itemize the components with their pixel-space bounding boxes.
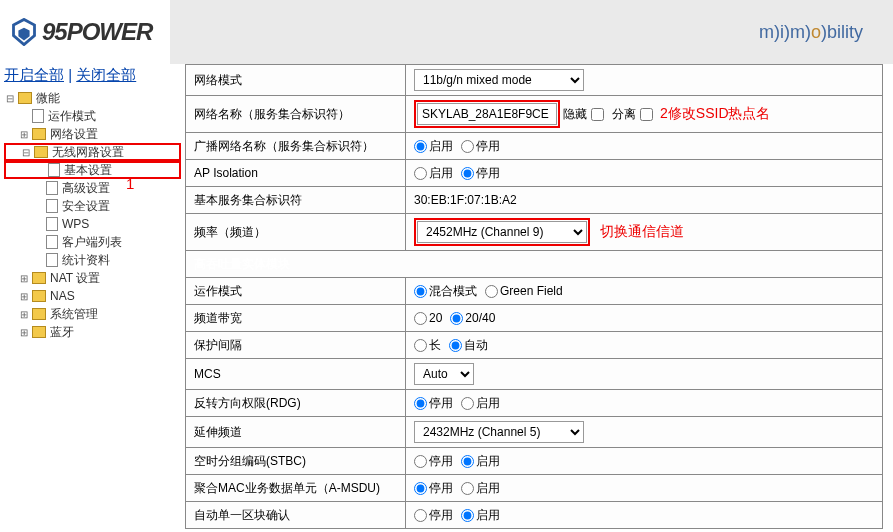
toggle-icon[interactable]: ⊟	[20, 147, 32, 158]
freq-label: 频率（频道）	[186, 214, 406, 251]
amsdu-label: 聚合MAC业务数据单元（A-MSDU)	[186, 475, 406, 502]
folder-icon	[32, 272, 46, 284]
tree-wireless[interactable]: 无线网路设置	[52, 144, 124, 161]
tree-run-mode[interactable]: 运作模式	[48, 108, 96, 125]
doc-icon	[46, 235, 58, 249]
gi-label: 保护间隔	[186, 332, 406, 359]
opmode-gf-radio[interactable]	[485, 285, 498, 298]
stbc-label: 空时分组编码(STBC)	[186, 448, 406, 475]
annotation-2: 2修改SSID热点名	[660, 105, 770, 121]
tree-adv[interactable]: 高级设置	[62, 180, 110, 197]
apiso-off-radio[interactable]	[461, 167, 474, 180]
amsdu-off-radio[interactable]	[414, 482, 427, 495]
close-all-link[interactable]: 关闭全部	[76, 66, 136, 83]
gi-auto-radio[interactable]	[449, 339, 462, 352]
doc-icon	[46, 181, 58, 195]
tree-wps[interactable]: WPS	[62, 217, 89, 231]
tree-nat[interactable]: NAT 设置	[50, 270, 100, 287]
logo: 95POWER	[10, 18, 152, 46]
bssid-label: 基本服务集合标识符	[186, 187, 406, 214]
hide-checkbox[interactable]	[591, 108, 604, 121]
amsdu-on-radio[interactable]	[461, 482, 474, 495]
folder-icon	[32, 326, 46, 338]
doc-icon	[46, 217, 58, 231]
sep-checkbox[interactable]	[640, 108, 653, 121]
doc-icon	[46, 253, 58, 267]
logo-text: 95POWER	[42, 18, 152, 46]
ba-label: 自动单一区块确认	[186, 502, 406, 529]
bw-label: 频道带宽	[186, 305, 406, 332]
hide-label: 隐藏	[563, 107, 587, 121]
ssid-input[interactable]	[417, 103, 557, 125]
toggle-icon[interactable]: ⊞	[18, 129, 30, 140]
mcs-label: MCS	[186, 359, 406, 390]
stbc-on-radio[interactable]	[461, 455, 474, 468]
bssid-value: 30:EB:1F:07:1B:A2	[406, 187, 883, 214]
ht-section-header: 高吞吐量实体模块	[186, 251, 883, 278]
doc-icon	[48, 163, 60, 177]
freq-select[interactable]: 2452MHz (Channel 9)	[417, 221, 587, 243]
tree-weineng[interactable]: 微能	[36, 90, 60, 107]
toggle-icon[interactable]: ⊞	[18, 309, 30, 320]
folder-icon	[32, 308, 46, 320]
tree-bt[interactable]: 蓝牙	[50, 324, 74, 341]
apiso-on-radio[interactable]	[414, 167, 427, 180]
toggle-icon[interactable]: ⊟	[4, 93, 16, 104]
opmode-mixed-radio[interactable]	[414, 285, 427, 298]
bcast-off-radio[interactable]	[461, 140, 474, 153]
tree-basic[interactable]: 基本设置	[64, 162, 112, 179]
ext-select[interactable]: 2432MHz (Channel 5)	[414, 421, 584, 443]
mcs-select[interactable]: Auto	[414, 363, 474, 385]
folder-icon	[18, 92, 32, 104]
tree-sec[interactable]: 安全设置	[62, 198, 110, 215]
ssid-label: 网络名称（服务集合标识符）	[186, 96, 406, 133]
logo-icon	[10, 18, 38, 46]
nav-tree: ⊟微能 运作模式 ⊞网络设置 ⊟无线网路设置 基本设置 高级设置 安全设置 WP…	[4, 89, 181, 341]
tree-stats[interactable]: 统计资料	[62, 252, 110, 269]
mobility-logo: m)i)m)o)bility	[759, 22, 883, 43]
net-mode-label: 网络模式	[186, 65, 406, 96]
ext-label: 延伸频道	[186, 417, 406, 448]
doc-icon	[32, 109, 44, 123]
tree-controls: 开启全部 | 关闭全部	[4, 66, 181, 85]
doc-icon	[46, 199, 58, 213]
bw-20-radio[interactable]	[414, 312, 427, 325]
ba-off-radio[interactable]	[414, 509, 427, 522]
folder-icon	[34, 146, 48, 158]
bcast-label: 广播网络名称（服务集合标识符）	[186, 133, 406, 160]
bcast-on-radio[interactable]	[414, 140, 427, 153]
opmode-label: 运作模式	[186, 278, 406, 305]
settings-table: 网络模式 11b/g/n mixed mode 网络名称（服务集合标识符） 隐藏…	[185, 64, 883, 529]
apiso-label: AP Isolation	[186, 160, 406, 187]
stbc-off-radio[interactable]	[414, 455, 427, 468]
sidebar: 开启全部 | 关闭全部 ⊟微能 运作模式 ⊞网络设置 ⊟无线网路设置 基本设置 …	[0, 64, 185, 529]
rdg-label: 反转方向权限(RDG)	[186, 390, 406, 417]
open-all-link[interactable]: 开启全部	[4, 66, 64, 83]
toggle-icon[interactable]: ⊞	[18, 327, 30, 338]
annotation-3: 切换通信信道	[600, 223, 684, 239]
sep-label: 分离	[612, 107, 636, 121]
annotation-1: 1	[126, 175, 134, 192]
bw-2040-radio[interactable]	[450, 312, 463, 325]
ba-on-radio[interactable]	[461, 509, 474, 522]
tree-nas[interactable]: NAS	[50, 289, 75, 303]
toggle-icon[interactable]: ⊞	[18, 291, 30, 302]
rdg-on-radio[interactable]	[461, 397, 474, 410]
net-mode-select[interactable]: 11b/g/n mixed mode	[414, 69, 584, 91]
tree-sys[interactable]: 系统管理	[50, 306, 98, 323]
folder-icon	[32, 290, 46, 302]
folder-icon	[32, 128, 46, 140]
tree-clients[interactable]: 客户端列表	[62, 234, 122, 251]
tree-net-set[interactable]: 网络设置	[50, 126, 98, 143]
toggle-icon[interactable]: ⊞	[18, 273, 30, 284]
main-content: 网络模式 11b/g/n mixed mode 网络名称（服务集合标识符） 隐藏…	[185, 64, 893, 529]
gi-long-radio[interactable]	[414, 339, 427, 352]
rdg-off-radio[interactable]	[414, 397, 427, 410]
